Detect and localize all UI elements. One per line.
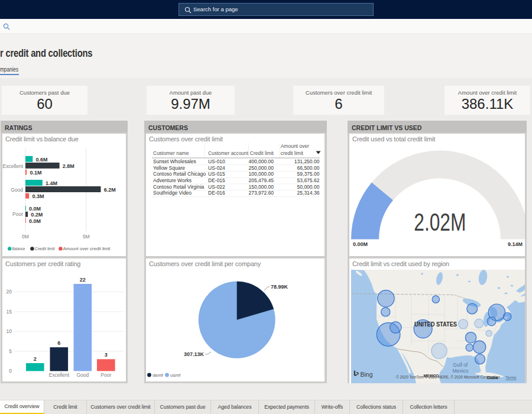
svg-text:20: 20 [7, 289, 12, 295]
svg-text:2.8M: 2.8M [63, 163, 74, 169]
svg-text:Yellow Square: Yellow Square [153, 165, 185, 171]
svg-text:78.99K: 78.99K [271, 284, 288, 290]
svg-text:2: 2 [34, 356, 37, 362]
svg-text:3: 3 [105, 352, 108, 358]
svg-text:US-022: US-022 [208, 184, 225, 190]
svg-text:0.3M: 0.3M [33, 193, 44, 199]
svg-text:Customer name: Customer name [153, 150, 189, 156]
svg-text:0.0M: 0.0M [29, 218, 41, 224]
svg-text:6.2M: 6.2M [104, 187, 116, 193]
svg-text:6: 6 [57, 340, 60, 346]
svg-text:Poor: Poor [12, 211, 23, 217]
svg-text:400,000.00: 400,000.00 [248, 159, 274, 164]
svg-text:Balance: Balance [12, 246, 25, 251]
svg-text:Gulf of: Gulf of [453, 362, 468, 368]
svg-text:5M: 5M [83, 234, 90, 240]
svg-text:Good: Good [76, 372, 89, 378]
svg-text:Sunset Wholesales: Sunset Wholesales [153, 159, 196, 164]
svg-text:307.13K: 307.13K [184, 351, 205, 357]
svg-text:US-024: US-024 [208, 165, 225, 171]
svg-text:Amount over credit limit: Amount over credit limit [63, 246, 111, 251]
svg-text:273,972.60: 273,972.60 [248, 190, 274, 196]
svg-text:53,675.62: 53,675.62 [297, 177, 320, 183]
svg-text:Good: Good [11, 187, 23, 193]
svg-text:150,000.00: 150,000.00 [248, 184, 274, 190]
svg-text:5: 5 [9, 348, 12, 354]
svg-text:credit limit: credit limit [281, 150, 304, 156]
svg-text:22: 22 [80, 277, 86, 283]
svg-text:0: 0 [9, 368, 12, 374]
svg-text:US-015: US-015 [208, 171, 225, 177]
svg-text:59,375.00: 59,375.00 [297, 171, 320, 177]
svg-text:50,000.00: 50,000.00 [297, 184, 320, 190]
svg-text:100,000.00: 100,000.00 [248, 171, 274, 177]
svg-text:DE-016: DE-016 [208, 190, 225, 196]
svg-text:Contoso Retail Chicago: Contoso Retail Chicago [153, 171, 206, 177]
svg-text:15: 15 [7, 309, 12, 315]
svg-text:25,314.36: 25,314.36 [297, 190, 320, 196]
svg-text:DE-015: DE-015 [208, 177, 225, 183]
svg-text:0.00M: 0.00M [353, 241, 368, 247]
svg-text:UNITED STATES: UNITED STATES [414, 321, 457, 328]
svg-text:© 2020 TomTom © 2020 HERE, © 2: © 2020 TomTom © 2020 HERE, © 2020 Micros… [396, 375, 500, 380]
svg-text:Poor: Poor [100, 372, 111, 378]
svg-text:Contoso Retail Virginia: Contoso Retail Virginia [153, 184, 205, 190]
svg-text:Credit limit: Credit limit [250, 150, 274, 156]
svg-text:9.14M: 9.14M [508, 241, 523, 247]
svg-text:66,500.00: 66,500.00 [297, 165, 320, 171]
svg-text:Credit limit: Credit limit [35, 246, 56, 251]
svg-text:Mexico: Mexico [453, 368, 469, 374]
svg-text:Terms: Terms [505, 376, 517, 380]
svg-text:Amount over: Amount over [281, 143, 309, 149]
svg-text:Bing: Bing [361, 371, 373, 378]
svg-text:Customer account: Customer account [208, 150, 249, 156]
svg-text:0M: 0M [22, 234, 29, 240]
svg-text:205,479.45: 205,479.45 [248, 177, 274, 183]
svg-text:Southridge Video: Southridge Video [153, 190, 192, 196]
svg-text:demf: demf [153, 373, 164, 378]
svg-text:1.4M: 1.4M [46, 180, 57, 186]
svg-text:Excellent: Excellent [49, 372, 70, 378]
svg-text:0.6M: 0.6M [36, 157, 48, 163]
svg-text:2.02M: 2.02M [414, 208, 466, 236]
svg-text:0.0M: 0.0M [29, 206, 41, 212]
svg-text:usmf: usmf [170, 373, 181, 378]
svg-text:0.2M: 0.2M [31, 212, 43, 218]
svg-text:Adventure Works: Adventure Works [153, 177, 192, 183]
svg-text:US-010: US-010 [208, 159, 225, 164]
svg-text:10: 10 [7, 328, 12, 334]
svg-text:250,000.00: 250,000.00 [248, 165, 274, 171]
svg-text:131,250.00: 131,250.00 [294, 159, 320, 164]
svg-text:Excellent: Excellent [3, 163, 24, 169]
svg-text:0.1M: 0.1M [30, 170, 42, 176]
